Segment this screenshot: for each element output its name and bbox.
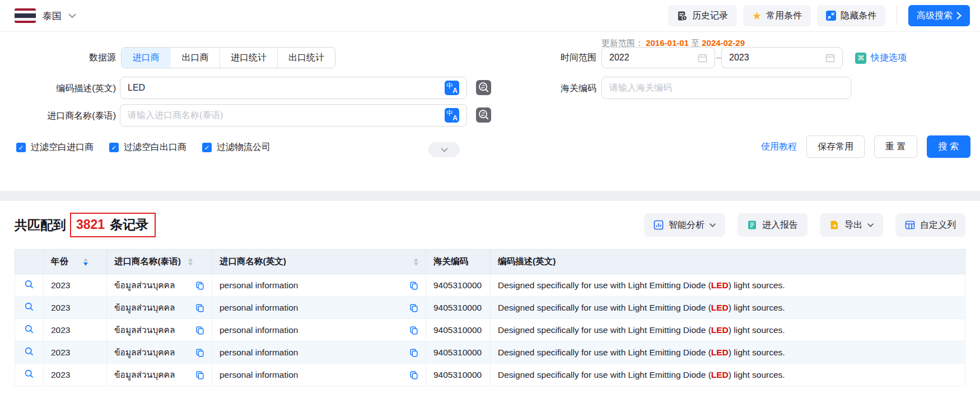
tab-exporter[interactable]: 出口商 [171, 48, 220, 68]
name-th-cell: ข้อมูลส่วนบุคคล [107, 297, 212, 319]
tutorial-link[interactable]: 使用教程 [761, 141, 797, 153]
top-bar: 泰国 历史记录 ★ 常用条件 隐藏条件 高级搜索 [0, 0, 980, 32]
year-cell: 2023 [44, 297, 107, 319]
date-dash: – [716, 53, 721, 63]
save-favorite-button[interactable]: 保存常用 [806, 135, 865, 158]
checkbox-checked-icon[interactable]: ✓ [109, 143, 119, 152]
name-en-cell: personal information [212, 319, 426, 341]
divider [897, 6, 897, 25]
country-selector[interactable]: 泰国 [15, 8, 76, 23]
name-en-cell: personal information [212, 341, 426, 364]
magnifier-icon[interactable] [24, 369, 34, 379]
desc-post: ) light sources. [729, 325, 785, 335]
name-th-cell: ข้อมูลส่วนบุคคล [107, 274, 212, 297]
smart-analysis-button[interactable]: 智能分析 [644, 213, 725, 237]
tab-export-stats[interactable]: 出口统计 [278, 48, 335, 68]
advanced-search-button[interactable]: 高级搜索 [908, 5, 970, 26]
name-th-cell: ข้อมูลส่วนบุคคล [107, 364, 212, 386]
table-row: 2023 ข้อมูลส่วนบุคคล personal informatio… [15, 341, 965, 364]
name-th-text: ข้อมูลส่วนบุคคล [114, 278, 175, 292]
magnifier-icon[interactable] [24, 279, 34, 289]
hscode-input[interactable]: 请输入海关编码 [601, 77, 851, 99]
update-range-to: 2024-02-29 [702, 38, 745, 48]
tab-import-stats[interactable]: 进口统计 [220, 48, 278, 68]
sort-name-th[interactable] [188, 258, 193, 266]
header-year[interactable]: 年份 [44, 250, 107, 274]
desc-post: ) light sources. [729, 370, 785, 379]
detail-cell [15, 274, 44, 297]
copy-icon[interactable] [195, 326, 204, 335]
magnifier-icon[interactable] [24, 302, 34, 312]
copy-icon[interactable] [409, 371, 418, 379]
filter-label: 过滤空白出口商 [124, 142, 186, 153]
copy-icon[interactable] [409, 303, 418, 312]
filter-blank-exporter[interactable]: ✓ 过滤空白出口商 [109, 142, 186, 153]
header-desc: 编码描述(英文) [491, 250, 965, 274]
name-th-cell: ข้อมูลส่วนบุคคล [107, 319, 212, 341]
date-from-input[interactable]: 2022 [601, 47, 715, 68]
filter-label: 过滤物流公司 [217, 142, 270, 153]
desc-cell: Designed specifically for use with Light… [491, 319, 965, 341]
expand-form-button[interactable] [428, 142, 460, 157]
copy-icon[interactable] [409, 326, 418, 335]
form-actions: 使用教程 保存常用 重 置 搜 索 [761, 135, 970, 158]
advanced-search-label: 高级搜索 [917, 10, 953, 22]
date-to-input[interactable]: 2023 [721, 47, 843, 68]
history-label: 历史记录 [692, 10, 728, 22]
detail-cell [15, 341, 44, 364]
detail-cell [15, 364, 44, 386]
header-detail-col [15, 250, 44, 274]
export-button[interactable]: 导出 [820, 213, 883, 237]
desc-cell: Designed specifically for use with Light… [491, 297, 965, 319]
export-label: 导出 [844, 219, 862, 231]
importer-name-input[interactable]: 请输入进口商名称(泰语) 中A [120, 104, 467, 126]
copy-icon[interactable] [195, 303, 204, 312]
table-row: 2023 ข้อมูลส่วนบุคคล personal informatio… [15, 274, 965, 297]
name-en-text: personal information [220, 370, 298, 380]
desc-pre: Designed specifically for use with Light… [498, 370, 711, 379]
translate-icon[interactable]: 中A [445, 81, 459, 95]
reverse-search-icon[interactable] [476, 107, 491, 123]
sort-year[interactable] [83, 258, 88, 266]
search-button[interactable]: 搜 索 [927, 135, 970, 158]
copy-icon[interactable] [195, 371, 204, 379]
topbar-actions: 历史记录 ★ 常用条件 隐藏条件 高级搜索 [668, 5, 970, 26]
name-th-text: ข้อมูลส่วนบุคคล [114, 301, 175, 315]
filter-blank-importer[interactable]: ✓ 过滤空白进口商 [16, 142, 94, 153]
count-prefix: 共匹配到 [15, 217, 66, 234]
magnifier-icon[interactable] [24, 346, 34, 357]
hide-conditions-button[interactable]: 隐藏条件 [817, 5, 885, 26]
calendar-icon[interactable] [825, 53, 835, 63]
filter-label: 过滤空白进口商 [31, 142, 94, 153]
hscode-cell: 9405310000 [426, 274, 491, 297]
filter-logistics[interactable]: ✓ 过滤物流公司 [202, 142, 270, 153]
code-desc-input[interactable]: LED 中A [120, 77, 467, 99]
magnifier-icon[interactable] [24, 324, 34, 334]
custom-columns-button[interactable]: 自定义列 [895, 213, 965, 237]
calendar-icon[interactable] [698, 53, 707, 63]
favorites-button[interactable]: ★ 常用条件 [743, 5, 811, 26]
reset-button[interactable]: 重 置 [874, 135, 917, 158]
copy-icon[interactable] [409, 281, 418, 290]
copy-icon[interactable] [409, 348, 418, 357]
enter-report-button[interactable]: 进入报告 [738, 213, 808, 237]
reverse-search-icon[interactable] [476, 80, 491, 95]
quick-options-button[interactable]: ⌘ 快捷选项 [855, 52, 907, 64]
checkbox-checked-icon[interactable]: ✓ [16, 143, 26, 152]
header-name-en[interactable]: 进口商名称(英文) [212, 250, 426, 274]
history-button[interactable]: 历史记录 [668, 5, 737, 26]
tab-importer[interactable]: 进口商 [122, 48, 171, 68]
count-suffix: 条记录 [110, 216, 148, 233]
copy-icon[interactable] [195, 281, 204, 290]
header-name-th[interactable]: 进口商名称(泰语) [107, 250, 212, 274]
name-en-cell: personal information [212, 274, 426, 297]
header-hscode: 海关编码 [426, 250, 491, 274]
time-range-label: 时间范围 [552, 52, 596, 64]
copy-icon[interactable] [195, 348, 204, 357]
desc-led-highlight: LED [711, 325, 729, 335]
report-icon [747, 220, 757, 230]
translate-icon[interactable]: 中A [445, 108, 459, 123]
desc-cell: Designed specifically for use with Light… [491, 364, 965, 386]
checkbox-checked-icon[interactable]: ✓ [202, 143, 212, 152]
sort-name-en[interactable] [414, 258, 418, 266]
